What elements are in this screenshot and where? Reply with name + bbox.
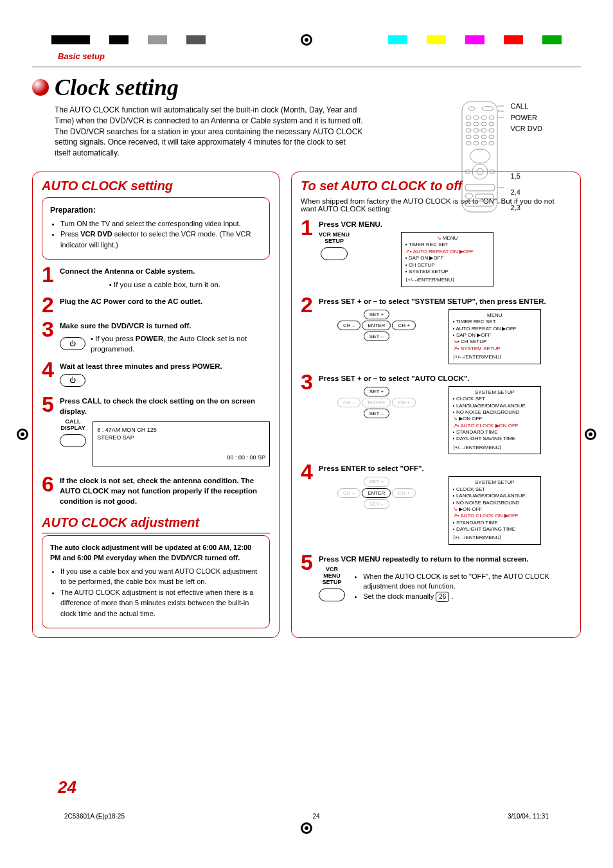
step-number: 5 xyxy=(301,553,319,572)
footer: 2C53601A (E)p18-25 24 3/10/04, 11:31 xyxy=(64,813,549,820)
page-title: Clock setting xyxy=(32,74,581,101)
r-step-1: 1 Press VCR MENU. VCR MENUSETUP ↘ MENU ▪… xyxy=(301,218,571,290)
prep-item: Press VCR DVD selector to select the VCR… xyxy=(60,229,262,250)
page-number: 24 xyxy=(58,777,76,797)
remote-label: POWER xyxy=(510,112,542,124)
note-item: When the AUTO CLOCK is set to "OFF", the… xyxy=(363,572,571,592)
registration-mark-right xyxy=(584,429,597,440)
svg-point-5 xyxy=(481,116,486,120)
step5-notes: When the AUTO CLOCK is set to "OFF", the… xyxy=(354,569,571,605)
step-number: 6 xyxy=(42,474,60,494)
step-bold: Press VCR MENU. xyxy=(319,220,382,228)
step-sub: • If you press POWER, the Auto Clock set… xyxy=(91,333,270,354)
remote-label: VCR DVD xyxy=(510,123,542,135)
power-icon: ⏻ xyxy=(60,337,85,350)
step-bold: Press VCR MENU repeatedly to return to t… xyxy=(319,555,529,563)
step-sub: • If you use a cable box, turn it on. xyxy=(60,279,270,290)
step-4: 4 Wait at least three minutes and press … xyxy=(42,360,270,389)
nav-pad: SET + CH –ENTERCH + SET – xyxy=(337,309,416,367)
left-col-title: AUTO CLOCK setting xyxy=(42,179,270,193)
svg-point-17 xyxy=(481,135,486,139)
step-bold: Plug the AC Power cord to the AC outlet. xyxy=(60,297,202,305)
osd-line: 00 : 00 : 00 SP xyxy=(97,454,265,462)
svg-point-15 xyxy=(466,135,471,139)
menu-osd: ↘ MENU ▪ TIMER REC SET ↗▪ AUTO REPEAT ON… xyxy=(401,232,493,287)
svg-point-11 xyxy=(466,128,471,132)
remote-icon xyxy=(459,100,504,215)
remote-label: 2,4 xyxy=(510,187,542,199)
prep-heading: Preparation: xyxy=(50,204,262,216)
svg-point-14 xyxy=(489,128,494,132)
svg-point-23 xyxy=(470,149,490,163)
registration-mark-top xyxy=(301,34,312,46)
menu-osd: SYSTEM SETUP ▪ CLOCK SET ▪ LANGUAGE/DIOM… xyxy=(449,476,541,545)
intro-paragraph: The AUTO CLOCK function will automatical… xyxy=(55,105,363,159)
svg-point-26 xyxy=(465,170,470,173)
nav-pad: SET + CH –ENTERCH + SET – xyxy=(337,476,416,547)
step-number: 3 xyxy=(301,372,319,392)
registration-mark-bottom xyxy=(301,822,312,834)
svg-point-8 xyxy=(474,122,479,126)
auto-clock-setting-panel: AUTO CLOCK setting Preparation: Turn ON … xyxy=(32,172,280,638)
step-number: 4 xyxy=(42,360,60,380)
step-bold: Wait at least three minutes and press PO… xyxy=(60,362,222,370)
divider xyxy=(32,66,581,67)
step-bold: If the clock is not set, check the anten… xyxy=(60,477,257,505)
step-1: 1 Connect the Antenna or Cable system. •… xyxy=(42,265,270,289)
svg-point-9 xyxy=(481,122,486,126)
r-step-2: 2 Press SET + or – to select "SYSTEM SET… xyxy=(301,295,571,367)
svg-point-19 xyxy=(466,141,471,145)
adj-item: The AUTO CLOCK adjustment is not effecti… xyxy=(60,587,262,619)
remote-label: 2,3 xyxy=(510,202,542,214)
svg-point-10 xyxy=(489,122,494,126)
step-bold: Make sure the DVD/VCR is turned off. xyxy=(60,322,191,330)
step-bold: Connect the Antenna or Cable system. xyxy=(60,267,195,275)
step-number: 2 xyxy=(42,295,60,315)
step-number: 1 xyxy=(301,218,319,238)
svg-point-4 xyxy=(474,116,479,120)
svg-point-13 xyxy=(481,128,486,132)
svg-point-12 xyxy=(474,128,479,132)
step-number: 1 xyxy=(42,265,60,285)
auto-clock-off-panel: To set AUTO CLOCK to off When shipped fr… xyxy=(291,172,581,638)
adjustment-title: AUTO CLOCK adjustment xyxy=(42,515,270,530)
page-ref: 26 xyxy=(436,592,449,602)
footer-right: 3/10/04, 11:31 xyxy=(508,813,549,820)
step-6: 6 If the clock is not set, check the ant… xyxy=(42,474,270,506)
svg-point-24 xyxy=(472,164,488,179)
menu-osd: MENU ▪ TIMER REC SET ▪ AUTO REPEAT ON ▶O… xyxy=(449,309,541,364)
svg-point-21 xyxy=(481,141,486,145)
section-label: Basic setup xyxy=(58,51,581,61)
adjustment-box: The auto clock adjustment will be update… xyxy=(42,535,270,629)
prep-item: Turn ON the TV and select the correspond… xyxy=(60,218,262,229)
step-3: 3 Make sure the DVD/VCR is turned off. ⏻… xyxy=(42,319,270,354)
svg-point-25 xyxy=(477,168,483,175)
step-number: 5 xyxy=(42,394,60,414)
vcr-menu-button-icon xyxy=(321,247,347,260)
remote-diagram: CALL POWER VCR DVD 1,5 2,4 2,3 xyxy=(459,100,542,215)
svg-point-16 xyxy=(474,135,479,139)
svg-point-27 xyxy=(490,170,495,173)
svg-point-22 xyxy=(489,141,494,145)
step-bold: Press SET + or – to select "SYSTEM SETUP… xyxy=(319,297,546,305)
svg-point-20 xyxy=(474,141,479,145)
remote-label: 1,5 xyxy=(510,171,542,182)
r-step-5: 5 Press VCR MENU repeatedly to return to… xyxy=(301,553,571,605)
footer-left: 2C53601A (E)p18-25 xyxy=(64,813,125,820)
osd-line: STEREO SAP xyxy=(97,434,265,442)
step-bold: Press ENTER to select "OFF". xyxy=(319,465,424,472)
step-number: 3 xyxy=(42,319,60,339)
call-button-icon xyxy=(60,434,86,447)
adj-item: If you use a cable box and you want AUTO… xyxy=(60,566,262,587)
title-bullet-icon xyxy=(32,79,49,96)
svg-rect-0 xyxy=(462,102,497,212)
osd-display: 8 : 47AM MON CH 125 STEREO SAP 00 : 00 :… xyxy=(93,421,270,466)
r-step-4: 4 Press ENTER to select "OFF". SET + CH … xyxy=(301,462,571,547)
registration-mark-left xyxy=(16,429,29,440)
call-display-label: CALLDISPLAY xyxy=(60,419,86,432)
step-2: 2 Plug the AC Power cord to the AC outle… xyxy=(42,295,270,315)
svg-point-1 xyxy=(468,107,475,111)
menu-osd: SYSTEM SETUP ▪ CLOCK SET ▪ LANGUAGE/DIOM… xyxy=(449,386,541,455)
vcr-menu-label: VCR MENUSETUP xyxy=(319,232,350,245)
step-number: 4 xyxy=(301,462,319,482)
